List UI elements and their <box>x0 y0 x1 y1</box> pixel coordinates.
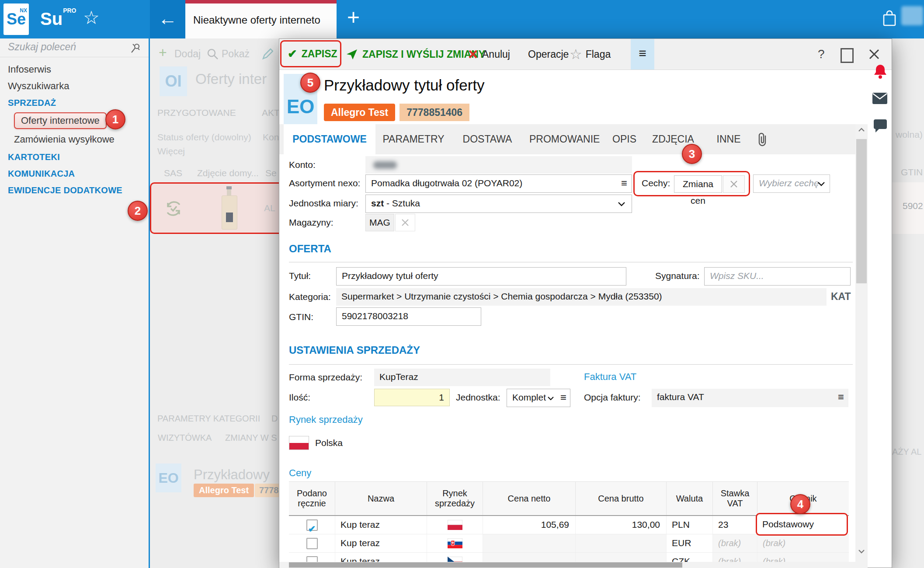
price-column-header-5[interactable]: Waluta <box>666 482 712 515</box>
cechy-select[interactable]: Wybierz cechę <box>753 174 830 193</box>
faktura-vat-link[interactable]: Faktura VAT <box>584 371 636 383</box>
manual-cell[interactable] <box>289 553 335 562</box>
market-flag-cell[interactable] <box>427 534 483 552</box>
horizontal-scrollbar[interactable] <box>279 562 855 568</box>
asortyment-field[interactable]: Pomadka długotrwała 02 (POYAR02) ≡ <box>365 174 632 193</box>
vertical-scrollbar[interactable] <box>855 124 868 568</box>
kategoria-value[interactable]: Supermarket > Utrzymanie czystości > Che… <box>336 288 827 306</box>
vat-cell[interactable]: (brak) <box>712 534 757 552</box>
pricelist-input-highlighted[interactable]: Podstawowy <box>756 513 848 536</box>
pricelist-cell[interactable]: (brak) <box>757 553 849 562</box>
sidebar-item-sprzedaż[interactable]: SPRZEDAŻ <box>0 94 149 111</box>
net-price-cell[interactable] <box>483 553 575 562</box>
name-cell[interactable]: Kup teraz <box>335 516 427 534</box>
cancel-button[interactable]: Anuluj <box>468 39 510 70</box>
user-account-blurred[interactable] <box>901 6 923 25</box>
tab-opis[interactable]: OPIS <box>612 124 636 154</box>
window-tab[interactable]: Nieaktywne oferty interneto <box>185 0 337 38</box>
price-column-header-6[interactable]: Stawka VAT <box>712 482 757 515</box>
manual-cell[interactable]: ✔ <box>289 516 335 534</box>
back-button[interactable]: ← <box>150 0 185 38</box>
gross-price-cell[interactable]: 130,00 <box>575 516 666 534</box>
save-button[interactable]: ✔ ZAPISZ <box>280 40 341 67</box>
sidebar-item-kartoteki[interactable]: KARTOTEKI <box>0 149 149 165</box>
price-column-header-1[interactable]: Nazwa <box>335 482 427 515</box>
tab-promowanie[interactable]: PROMOWANIE <box>529 124 597 154</box>
tab-parametry[interactable]: PARAMETRY <box>382 124 445 154</box>
vat-cell[interactable]: 23 <box>712 516 757 534</box>
opcja-menu-icon[interactable]: ≡ <box>838 389 844 405</box>
tab-dostawa[interactable]: DOSTAWA <box>462 124 513 154</box>
pin-icon[interactable] <box>129 42 142 54</box>
checkbox-checked[interactable]: ✔ <box>306 519 318 531</box>
vat-cell[interactable]: (brak) <box>712 553 757 562</box>
help-button[interactable]: ? <box>818 39 825 70</box>
net-price-cell[interactable] <box>483 534 575 552</box>
scroll-up-icon[interactable] <box>858 128 865 132</box>
forma-field[interactable]: KupTeraz <box>374 369 550 386</box>
selected-offer-row[interactable]: AL <box>150 182 279 234</box>
sprzedaz-section-header: USTAWIENIA SPRZEDAŻY <box>289 344 420 356</box>
pricelist-cell[interactable]: (brak) <box>757 534 849 552</box>
price-row-eur[interactable]: Kup terazEUR(brak)(brak) <box>289 534 849 553</box>
price-row-czk[interactable]: Kup terazCZK(brak)(brak) <box>289 553 849 562</box>
cechy-remove-button[interactable] <box>723 175 745 193</box>
name-cell[interactable]: Kup teraz <box>335 534 427 552</box>
jednostka-select[interactable]: Komplet ≡ <box>507 389 570 407</box>
asortyment-menu-icon[interactable]: ≡ <box>621 175 627 192</box>
sidebar-item-ewidencje-dodatkowe[interactable]: EWIDENCJE DODATKOWE <box>0 182 149 199</box>
close-button[interactable] <box>868 49 880 60</box>
sidebar-item-wyszukiwarka[interactable]: Wyszukiwarka <box>0 78 149 94</box>
checkbox-unchecked[interactable] <box>306 538 318 549</box>
favorites-star-icon[interactable]: ☆ <box>83 7 100 28</box>
scroll-down-icon[interactable] <box>858 549 865 554</box>
mail-icon[interactable] <box>872 92 888 105</box>
price-column-header-4[interactable]: Cena brutto <box>575 482 666 515</box>
price-column-header-2[interactable]: Rynek sprzedaży <box>427 482 483 515</box>
name-cell[interactable]: Kup teraz <box>335 553 427 562</box>
opcja-faktury-field[interactable]: faktura VAT ≡ <box>652 389 848 407</box>
magazyn-chip[interactable]: MAG <box>365 214 394 231</box>
currency-cell[interactable]: PLN <box>666 516 712 534</box>
gross-price-cell[interactable] <box>575 534 666 552</box>
sygnatura-input[interactable]: Wpisz SKU... <box>704 267 851 286</box>
currency-cell[interactable]: CZK <box>666 553 712 562</box>
tab-podstawowe[interactable]: PODSTAWOWE <box>284 124 375 154</box>
paperclip-icon[interactable] <box>757 132 769 147</box>
shopping-bag-icon[interactable] <box>881 9 898 28</box>
market-flag-cell[interactable] <box>427 516 483 534</box>
jednostka-menu-icon[interactable]: ≡ <box>560 389 566 406</box>
price-column-header-0[interactable]: Podano ręcznie <box>289 482 335 515</box>
net-price-cell[interactable]: 105,69 <box>483 516 575 534</box>
operations-button[interactable]: Operacje <box>528 39 569 70</box>
horizontal-scroll-thumb[interactable] <box>289 562 682 568</box>
currency-cell[interactable]: EUR <box>666 534 712 552</box>
ilosc-input[interactable]: 1 <box>374 389 450 406</box>
kat-button[interactable]: KAT <box>831 291 851 303</box>
flag-button[interactable]: ☆ Flaga <box>570 39 611 70</box>
maximize-button[interactable] <box>841 48 854 63</box>
magazyn-remove-button[interactable] <box>395 214 415 231</box>
cechy-chip[interactable]: Zmiana cen <box>674 175 722 193</box>
manual-cell[interactable] <box>289 534 335 552</box>
sidebar-item-infoserwis[interactable]: Infoserwis <box>0 61 149 78</box>
tytul-input[interactable]: Przykładowy tytuł oferty <box>336 267 626 286</box>
alert-icon[interactable] <box>873 63 888 79</box>
tab-inne[interactable]: INNE <box>713 124 744 154</box>
command-search-input[interactable]: Szukaj poleceń <box>8 41 76 53</box>
sidebar-item-zamówienia-wysyłkowe[interactable]: Zamówienia wysyłkowe <box>0 130 149 149</box>
toolbar-menu-button[interactable]: ≡ <box>631 39 654 70</box>
price-column-header-3[interactable]: Cena netto <box>483 482 575 515</box>
vertical-scroll-thumb[interactable] <box>856 139 867 283</box>
chat-icon[interactable] <box>873 119 888 133</box>
market-flag-cell[interactable] <box>427 553 483 562</box>
gtin-input[interactable]: 5902178003218 <box>336 307 481 326</box>
checkbox-unchecked[interactable] <box>306 556 318 562</box>
sidebar-item-oferty-internetowe[interactable]: Oferty internetowe <box>0 111 149 130</box>
new-tab-button[interactable]: + <box>347 4 360 30</box>
konto-field[interactable] <box>365 156 632 174</box>
save-and-send-button[interactable]: ZAPISZ I WYŚLIJ ZMIANY <box>346 39 485 70</box>
sidebar-item-komunikacja[interactable]: KOMUNIKACJA <box>0 165 149 182</box>
gross-price-cell[interactable] <box>575 553 666 562</box>
jednostka-miary-select[interactable]: szt - Sztuka <box>365 195 632 213</box>
